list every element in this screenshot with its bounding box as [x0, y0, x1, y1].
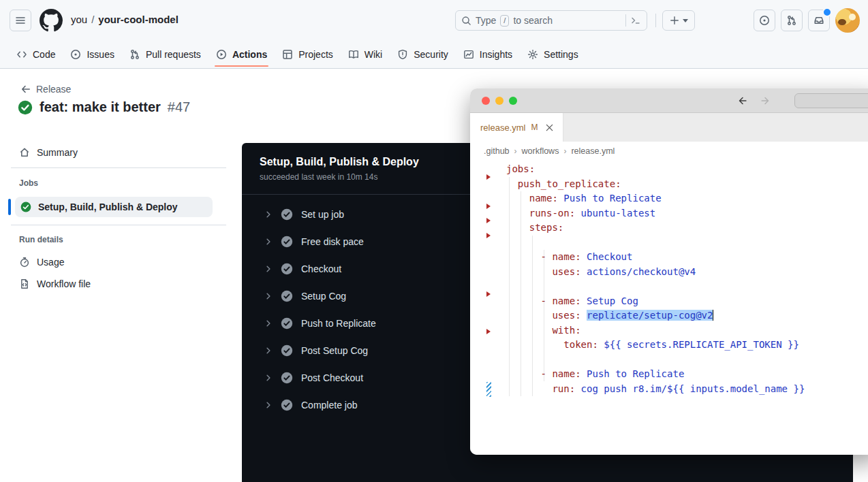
sidebar-divider [11, 167, 226, 168]
history-back-icon[interactable] [737, 95, 748, 106]
code-lines: jobs: push_to_replicate: name: Push to R… [470, 162, 868, 396]
code-line: - name: Checkout [470, 250, 868, 265]
step-check-circle-icon [281, 208, 293, 221]
breadcrumb-item[interactable]: release.yml [571, 146, 615, 156]
chevron-right-icon [264, 292, 273, 300]
shield-icon [397, 49, 408, 60]
sidebar-job-label: Setup, Build, Publish & Deploy [38, 202, 178, 212]
github-logo[interactable] [40, 9, 63, 32]
sidebar-item-workflow-file[interactable]: Workflow file [19, 278, 91, 289]
chevron-right-icon [264, 319, 273, 327]
step-label: Post Checkout [301, 372, 363, 383]
step-label: Set up job [301, 209, 344, 220]
tab-settings[interactable]: Settings [522, 43, 584, 66]
back-to-release-link[interactable]: Release [20, 84, 71, 95]
breadcrumb-item[interactable]: workflows [522, 146, 559, 156]
search-icon [461, 16, 471, 26]
tab-security[interactable]: Security [392, 43, 454, 66]
maximize-window-button[interactable] [509, 97, 517, 105]
tab-label: Insights [480, 49, 512, 60]
text-cursor [713, 310, 713, 321]
breadcrumb-owner[interactable]: you [71, 14, 87, 25]
tab-wiki[interactable]: Wiki [343, 43, 388, 66]
inbox-icon [813, 15, 824, 26]
dropdown-caret-icon [683, 19, 688, 22]
check-circle-icon [18, 100, 33, 115]
close-window-button[interactable] [482, 97, 490, 105]
tab-projects[interactable]: Projects [277, 43, 339, 66]
editor-breadcrumb: .github › workflows › release.yml [470, 142, 868, 161]
run-title-text: feat: make it better [40, 99, 161, 115]
sidebar-divider [11, 225, 226, 225]
code-line: runs-on: ubuntu-latest [470, 206, 868, 221]
plus-icon [670, 16, 679, 25]
history-forward-icon[interactable] [760, 95, 771, 106]
screen: you / your-cool-model Type / to search [0, 0, 868, 482]
graph-icon [463, 49, 474, 60]
code-line: steps: [470, 221, 868, 236]
git-pull-request-icon [129, 49, 140, 60]
chevron-right-icon [264, 265, 273, 273]
issue-opened-icon [759, 15, 770, 26]
minimize-window-button[interactable] [495, 97, 503, 105]
avatar[interactable] [835, 8, 860, 33]
sidebar-item-label: Summary [37, 147, 78, 158]
tab-insights[interactable]: Insights [458, 43, 518, 66]
command-palette-icon[interactable] [630, 15, 641, 26]
step-check-circle-icon [281, 263, 293, 275]
editor-window: release.yml M .github › workflows › rele… [470, 89, 868, 455]
close-tab-icon[interactable] [546, 124, 553, 131]
pull-requests-button[interactable] [781, 10, 803, 31]
chevron-right-icon: › [563, 146, 566, 156]
issues-button[interactable] [754, 10, 775, 31]
step-label: Checkout [301, 263, 341, 274]
file-code-icon [19, 278, 30, 289]
chevron-right-icon [264, 401, 273, 409]
search-input[interactable]: Type / to search [455, 10, 647, 31]
code-line: - name: Setup Cog [470, 294, 868, 309]
code-line [470, 236, 868, 251]
code-line: - name: Push to Replicate [470, 367, 868, 382]
code-editor[interactable]: jobs: push_to_replicate: name: Push to R… [470, 161, 868, 455]
stopwatch-icon [19, 257, 30, 268]
editor-tab-release-yml[interactable]: release.yml M [470, 113, 563, 142]
sidebar-item-usage[interactable]: Usage [19, 257, 64, 268]
tab-label: Code [33, 49, 55, 60]
code-line: name: Push to Replicate [470, 191, 868, 206]
inbox-button[interactable] [808, 10, 830, 31]
code-line [470, 279, 868, 294]
breadcrumb: you / your-cool-model [71, 14, 179, 25]
tab-code[interactable]: Code [11, 43, 61, 66]
search-divider [625, 14, 626, 27]
breadcrumb-item[interactable]: .github [484, 146, 510, 156]
editor-titlebar[interactable] [470, 89, 868, 113]
arrow-left-icon [20, 84, 31, 95]
git-pull-request-icon [786, 15, 797, 26]
run-details-heading: Run details [19, 235, 63, 244]
hamburger-menu-button[interactable] [10, 10, 31, 31]
modified-badge: M [531, 123, 538, 132]
tab-actions[interactable]: Actions [211, 43, 273, 66]
code-line: run: cog push r8.im/${{ inputs.model_nam… [470, 382, 868, 397]
jobs-heading: Jobs [19, 178, 38, 188]
search-placeholder-post: to search [513, 15, 621, 26]
home-icon [19, 147, 30, 158]
chevron-right-icon: › [514, 146, 517, 156]
tab-issues[interactable]: Issues [65, 43, 119, 66]
tab-label: Security [414, 49, 448, 60]
sidebar-item-label: Usage [37, 257, 64, 268]
job-status-text: succeeded last week in 10m 14s [260, 172, 377, 182]
gear-icon [527, 49, 538, 60]
check-circle-icon [20, 202, 31, 212]
create-new-button[interactable] [662, 10, 695, 31]
sidebar-item-job[interactable]: Setup, Build, Publish & Deploy [15, 197, 213, 217]
sidebar-item-summary[interactable]: Summary [19, 147, 78, 158]
command-center-search[interactable] [794, 93, 868, 108]
github-header: you / your-cool-model Type / to search [0, 0, 868, 41]
notification-dot [822, 7, 832, 17]
code-line: with: [470, 323, 868, 338]
breadcrumb-repo[interactable]: your-cool-model [98, 14, 179, 25]
step-check-circle-icon [281, 236, 293, 248]
code-line: push_to_replicate: [470, 177, 868, 192]
tab-pull-requests[interactable]: Pull requests [124, 43, 206, 66]
